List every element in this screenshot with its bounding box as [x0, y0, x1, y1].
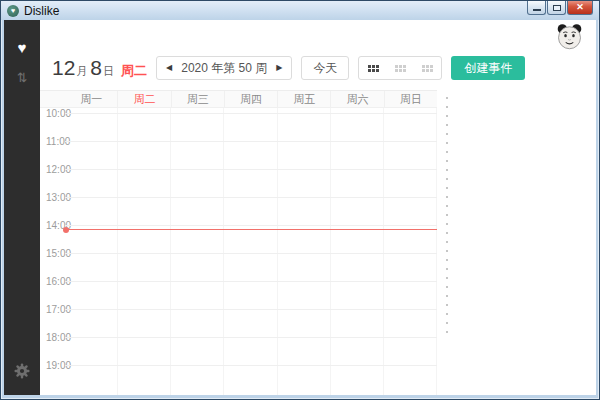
grid-view-icon	[422, 65, 433, 72]
hour-row: 13:00	[40, 197, 437, 225]
day-header[interactable]: 周四	[225, 91, 278, 107]
day-header[interactable]: 周三	[172, 91, 225, 107]
hour-gridline	[65, 365, 437, 366]
day-header[interactable]: 周日	[385, 91, 437, 107]
date-day: 8	[90, 56, 102, 80]
current-time-indicator	[65, 229, 437, 230]
hour-gridline	[65, 225, 437, 226]
maximize-icon	[553, 5, 561, 11]
prev-week-button[interactable]: ◀	[166, 64, 172, 72]
hour-row: 19:00	[40, 365, 437, 393]
date-month: 12	[52, 56, 75, 80]
day-header[interactable]: 周一	[65, 91, 118, 107]
grid-view-icon	[368, 65, 379, 72]
app-icon: ♥	[7, 5, 19, 17]
day-header-cells: 周一 周二 周三 周四 周五 周六 周日	[65, 91, 437, 107]
app-window: ♥ Dislike ✕ ♥ ⇄	[0, 0, 600, 400]
day-header-row: 周一 周二 周三 周四 周五 周六 周日	[40, 90, 437, 108]
view-mode-button[interactable]	[359, 57, 386, 79]
day-header[interactable]: 周五	[278, 91, 331, 107]
hour-row: 16:00	[40, 281, 437, 309]
view-toggle-group	[358, 56, 442, 80]
date-day-unit: 日	[103, 64, 114, 79]
view-mode-button[interactable]	[414, 57, 441, 79]
minimize-icon	[533, 9, 541, 11]
close-icon: ✕	[576, 3, 584, 12]
week-selector: ◀ 2020 年第 50 周 ▶	[156, 56, 292, 80]
hour-gridline	[65, 253, 437, 254]
hour-row: 17:00	[40, 309, 437, 337]
heart-icon[interactable]: ♥	[18, 40, 27, 55]
view-mode-button[interactable]	[387, 57, 414, 79]
titlebar[interactable]: ♥ Dislike	[1, 1, 599, 20]
date-month-unit: 月	[76, 64, 87, 79]
day-header-gutter	[40, 91, 65, 107]
app-body: ♥ ⇄	[4, 20, 596, 395]
hour-row: 10:00	[40, 113, 437, 141]
sync-icon[interactable]: ⇄	[16, 72, 29, 83]
close-button[interactable]: ✕	[567, 1, 593, 15]
hour-row: 11:00	[40, 141, 437, 169]
hour-gridline	[65, 113, 437, 114]
toolbar: 12 月 8 日 周二 ◀ 2020 年第 50 周 ▶ 今天	[40, 20, 596, 90]
gear-icon[interactable]	[14, 363, 30, 381]
grid-view-icon	[395, 65, 406, 72]
minimize-button[interactable]	[527, 1, 546, 15]
window-controls: ✕	[527, 1, 593, 15]
hour-row: 18:00	[40, 337, 437, 365]
hour-rows: 10:00 11:00 12:00	[40, 113, 437, 393]
hour-gridline	[65, 141, 437, 142]
sidebar: ♥ ⇄	[4, 20, 40, 395]
maximize-button[interactable]	[547, 1, 566, 15]
day-header[interactable]: 周六	[331, 91, 384, 107]
gear-svg	[14, 363, 30, 379]
hour-row: 15:00	[40, 253, 437, 281]
hour-gridline	[65, 169, 437, 170]
main-panel: 12 月 8 日 周二 ◀ 2020 年第 50 周 ▶ 今天	[40, 20, 596, 395]
hour-gridline	[65, 337, 437, 338]
next-week-button[interactable]: ▶	[276, 64, 282, 72]
create-event-button[interactable]: 创建事件	[451, 56, 525, 80]
hour-gridline	[65, 197, 437, 198]
date-weekday: 周二	[121, 62, 147, 80]
panel-resize-handle[interactable]	[446, 97, 448, 335]
day-header[interactable]: 周二	[118, 91, 171, 107]
hour-row: 12:00	[40, 169, 437, 197]
week-label: 2020 年第 50 周	[181, 60, 267, 77]
hour-gridline	[65, 309, 437, 310]
today-button[interactable]: 今天	[301, 56, 349, 80]
hour-gridline	[65, 281, 437, 282]
week-grid[interactable]: 10:00 11:00 12:00	[40, 108, 437, 395]
window-title: Dislike	[24, 4, 59, 18]
current-date: 12 月 8 日 周二	[52, 56, 147, 80]
